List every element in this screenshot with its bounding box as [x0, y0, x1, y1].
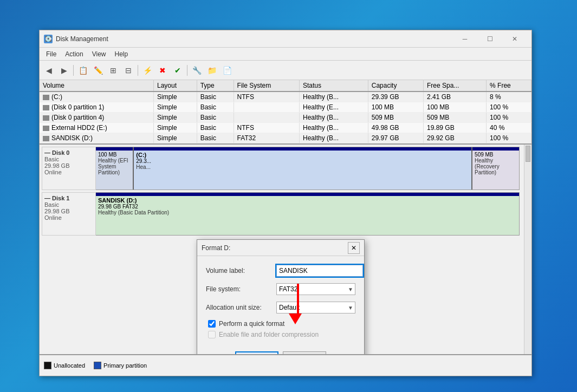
view-button-1[interactable]: ⊞ — [106, 63, 120, 77]
menu-action[interactable]: Action — [61, 49, 87, 59]
refresh-button[interactable]: ⚡ — [140, 63, 154, 77]
close-button[interactable]: ✕ — [502, 30, 527, 48]
partition-sandisk[interactable]: SANDISK (D:) 29.98 GB FAT32 Healthy (Bas… — [96, 193, 519, 235]
table-row[interactable]: SANDISK (D:) Simple Basic FAT32 Healthy … — [40, 133, 531, 143]
menu-bar: File Action View Help — [40, 48, 531, 61]
file-system-select[interactable]: FAT32 NTFS exFAT — [276, 283, 355, 295]
partition-c[interactable]: (C:) 29.3... Hea... — [134, 147, 472, 190]
col-percentfree[interactable]: % Free — [487, 80, 531, 92]
legend-unallocated-box — [44, 362, 51, 369]
cell-type: Basic — [197, 92, 234, 102]
cell-type: Basic — [197, 102, 234, 113]
cell-layout: Simple — [153, 92, 197, 102]
file-system-label: File system: — [206, 285, 276, 293]
wrench-button[interactable]: 🔧 — [190, 63, 204, 77]
cell-type: Basic — [197, 123, 234, 133]
cell-layout: Simple — [153, 133, 197, 143]
cell-volume: SANDISK (D:) — [40, 133, 153, 143]
modal-close-button[interactable]: ✕ — [348, 242, 360, 254]
cell-free: 29.92 GB — [423, 133, 486, 143]
cell-layout: Simple — [153, 102, 197, 113]
back-button[interactable]: ◀ — [42, 63, 56, 77]
cell-fs: FAT32 — [234, 133, 299, 143]
cell-type: Basic — [197, 133, 234, 143]
table-row[interactable]: (Disk 0 partition 4) Simple Basic Health… — [40, 113, 531, 123]
compress-checkbox[interactable] — [208, 331, 216, 338]
col-capacity[interactable]: Capacity — [368, 80, 423, 92]
ok-button[interactable]: OK — [235, 351, 278, 354]
delete-button[interactable]: ✖ — [155, 63, 170, 77]
minimize-button[interactable]: ─ — [452, 30, 477, 48]
disk0-size: 29.98 GB — [44, 162, 93, 169]
quick-format-checkbox[interactable] — [208, 320, 216, 328]
disk0-label: — Disk 0 Basic 29.98 GB Online — [42, 147, 96, 190]
allocation-select-wrapper: Default 512 1024 2048 4096 ▼ — [276, 302, 355, 313]
window-title: Disk Management — [56, 35, 452, 43]
cell-free: 509 MB — [423, 113, 486, 123]
cell-free: 19.89 GB — [423, 123, 486, 133]
cell-fs: NTFS — [234, 92, 299, 102]
table-row[interactable]: (C:) Simple Basic NTFS Healthy (B... 29.… — [40, 92, 531, 102]
window-icon: 💽 — [44, 35, 53, 43]
window-controls: ─ ☐ ✕ — [452, 30, 527, 48]
quick-format-label: Perform a quick format — [219, 320, 284, 328]
cell-fs: NTFS — [234, 123, 299, 133]
toolbar-separator-3 — [187, 65, 187, 76]
scrollbar[interactable] — [524, 145, 531, 354]
col-freespace[interactable]: Free Spa... — [423, 80, 486, 92]
cell-layout: Simple — [153, 113, 197, 123]
view-button-2[interactable]: ⊟ — [121, 63, 135, 77]
col-volume[interactable]: Volume — [40, 80, 153, 92]
partition-recovery[interactable]: 509 MB Healthy (Recovery Partition) — [472, 147, 519, 190]
forward-button[interactable]: ▶ — [57, 63, 71, 77]
cell-capacity: 29.39 GB — [368, 92, 423, 102]
cell-type: Basic — [197, 113, 234, 123]
table-row[interactable]: External HDD2 (E:) Simple Basic NTFS Hea… — [40, 123, 531, 133]
col-type[interactable]: Type — [197, 80, 234, 92]
table-row[interactable]: (Disk 0 partition 1) Simple Basic Health… — [40, 102, 531, 113]
partition-efi[interactable]: 100 MB Healthy (EFI System Partition) — [96, 147, 134, 190]
maximize-button[interactable]: ☐ — [477, 30, 502, 48]
cancel-button[interactable]: Cancel — [283, 351, 326, 354]
cell-volume: (C:) — [40, 92, 153, 102]
check-button[interactable]: ✔ — [171, 63, 185, 77]
disk0-row: — Disk 0 Basic 29.98 GB Online 100 MB He… — [42, 147, 520, 190]
edit-button[interactable]: ✏️ — [91, 63, 105, 77]
format-dialog: Format D: ✕ Volume label: File system: F… — [197, 239, 365, 354]
folder-button[interactable]: 📁 — [205, 63, 219, 77]
disk1-status: Online — [44, 214, 93, 221]
document-button[interactable]: 📄 — [220, 63, 234, 77]
cell-fs — [234, 113, 299, 123]
cell-capacity: 49.98 GB — [368, 123, 423, 133]
col-status[interactable]: Status — [300, 80, 368, 92]
legend-primary-label: Primary partition — [103, 362, 147, 369]
file-system-select-wrapper: FAT32 NTFS exFAT ▼ — [276, 283, 355, 295]
cell-volume: (Disk 0 partition 4) — [40, 113, 153, 123]
properties-button[interactable]: 📋 — [76, 63, 90, 77]
cell-capacity: 509 MB — [368, 113, 423, 123]
col-layout[interactable]: Layout — [153, 80, 197, 92]
toolbar: ◀ ▶ 📋 ✏️ ⊞ ⊟ ⚡ ✖ ✔ 🔧 📁 📄 — [40, 61, 531, 80]
col-filesystem[interactable]: File System — [234, 80, 299, 92]
volume-table-area: Volume Layout Type File System Status Ca… — [40, 80, 531, 143]
modal-buttons: OK Cancel — [206, 347, 355, 354]
menu-view[interactable]: View — [88, 49, 111, 59]
menu-help[interactable]: Help — [111, 49, 133, 59]
allocation-select[interactable]: Default 512 1024 2048 4096 — [276, 302, 355, 313]
cell-pctfree: 40 % — [487, 123, 531, 133]
disk0-status: Online — [44, 169, 93, 175]
cell-pctfree: 8 % — [487, 92, 531, 102]
cell-layout: Simple — [153, 123, 197, 133]
modal-body: Volume label: File system: FAT32 NTFS ex… — [197, 256, 364, 354]
cell-status: Healthy (E... — [300, 102, 368, 113]
modal-title: Format D: — [202, 244, 348, 252]
title-bar: 💽 Disk Management ─ ☐ ✕ — [40, 30, 531, 48]
disk1-partitions: SANDISK (D:) 29.98 GB FAT32 Healthy (Bas… — [96, 192, 520, 236]
disk1-type: Basic — [44, 201, 93, 208]
disk1-name: — Disk 1 — [44, 195, 93, 201]
cell-free: 2.41 GB — [423, 92, 486, 102]
scrollbar-thumb[interactable] — [526, 146, 530, 162]
cell-pctfree: 100 % — [487, 113, 531, 123]
volume-label-input[interactable] — [276, 265, 363, 277]
menu-file[interactable]: File — [42, 49, 61, 59]
